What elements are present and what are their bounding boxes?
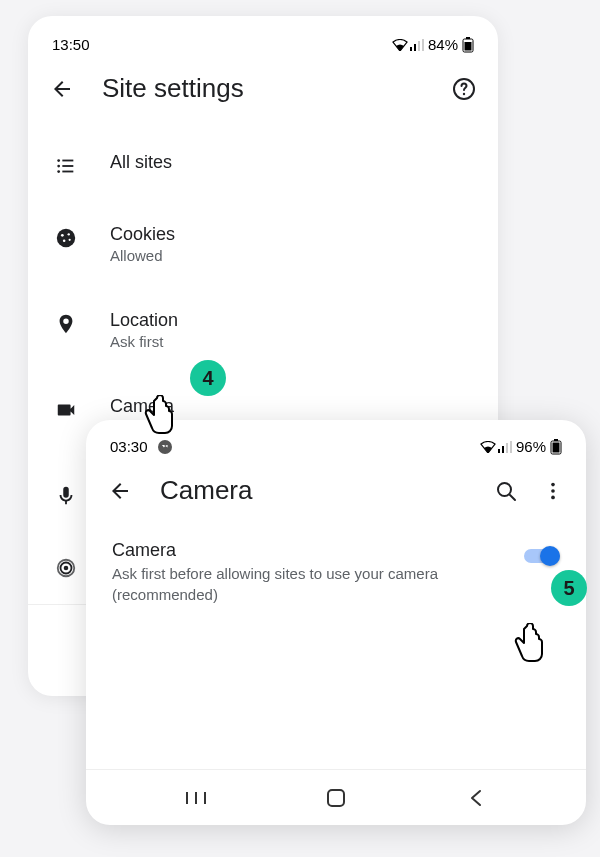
status-time: 13:50 [52, 36, 90, 53]
status-right: 84% [392, 36, 474, 53]
svg-point-18 [69, 239, 71, 241]
battery-icon [462, 37, 474, 53]
camera-toggle-row[interactable]: Camera Ask first before allowing sites t… [86, 520, 586, 625]
location-icon [54, 312, 78, 336]
battery-percent: 84% [428, 36, 458, 53]
microphone-icon [54, 484, 78, 508]
svg-point-31 [551, 495, 555, 499]
list-item-cookies[interactable]: Cookies Allowed [28, 208, 498, 280]
header: Camera [86, 469, 586, 520]
svg-line-28 [510, 495, 515, 500]
item-subtitle: Ask first [110, 333, 178, 350]
battery-icon [550, 439, 562, 455]
svg-point-27 [498, 483, 511, 496]
item-title: Location [110, 310, 178, 331]
detail-subtitle: Ask first before allowing sites to use y… [112, 563, 500, 605]
item-subtitle: Allowed [110, 247, 175, 264]
svg-point-16 [68, 233, 70, 235]
svg-rect-12 [62, 165, 73, 167]
svg-rect-20 [498, 449, 500, 453]
home-button[interactable] [316, 778, 356, 818]
motion-sensor-icon [54, 556, 78, 580]
svg-point-9 [57, 159, 60, 162]
svg-rect-5 [466, 37, 470, 39]
detail-title: Camera [112, 540, 500, 561]
svg-rect-35 [328, 790, 344, 806]
page-title: Camera [160, 475, 466, 506]
svg-rect-10 [62, 160, 73, 162]
svg-point-13 [57, 170, 60, 173]
recents-button[interactable] [176, 778, 216, 818]
camera-toggle[interactable] [524, 546, 560, 566]
list-icon [54, 154, 78, 178]
svg-rect-0 [410, 47, 412, 51]
item-title: All sites [110, 152, 172, 173]
more-vert-icon[interactable] [542, 480, 564, 502]
svg-rect-6 [465, 42, 472, 51]
svg-rect-23 [510, 441, 512, 453]
list-item-all-sites[interactable]: All sites [28, 136, 498, 194]
wifi-signal-icons [392, 39, 424, 51]
back-arrow-icon[interactable] [50, 77, 74, 101]
step-badge-4: 4 [190, 360, 226, 396]
svg-rect-26 [553, 442, 560, 452]
status-right: 96% [480, 438, 562, 455]
svg-point-8 [463, 92, 465, 94]
svg-point-11 [57, 165, 60, 168]
svg-rect-21 [502, 446, 504, 453]
svg-rect-22 [506, 443, 508, 453]
svg-rect-1 [414, 44, 416, 51]
back-button[interactable] [456, 778, 496, 818]
camera-icon [54, 398, 78, 422]
status-bar: 13:50 84% [28, 36, 498, 67]
svg-point-29 [551, 482, 555, 486]
pointer-cursor-icon [140, 395, 178, 443]
svg-point-15 [61, 234, 64, 237]
svg-point-19 [64, 566, 69, 571]
svg-rect-14 [62, 171, 73, 173]
help-icon[interactable] [452, 77, 476, 101]
header: Site settings [28, 67, 498, 118]
svg-rect-3 [422, 39, 424, 51]
pointer-cursor-icon [510, 623, 548, 671]
battery-percent: 96% [516, 438, 546, 455]
svg-rect-2 [418, 41, 420, 51]
page-title: Site settings [102, 73, 424, 104]
step-badge-5: 5 [551, 570, 587, 606]
list-item-location[interactable]: Location Ask first [28, 294, 498, 366]
cookie-icon [54, 226, 78, 250]
navigation-bar [86, 769, 586, 825]
search-icon[interactable] [494, 479, 518, 503]
wifi-signal-icons [480, 441, 512, 453]
svg-point-17 [63, 239, 66, 242]
item-title: Cookies [110, 224, 175, 245]
svg-point-30 [551, 489, 555, 493]
back-arrow-icon[interactable] [108, 479, 132, 503]
svg-rect-25 [554, 439, 558, 441]
